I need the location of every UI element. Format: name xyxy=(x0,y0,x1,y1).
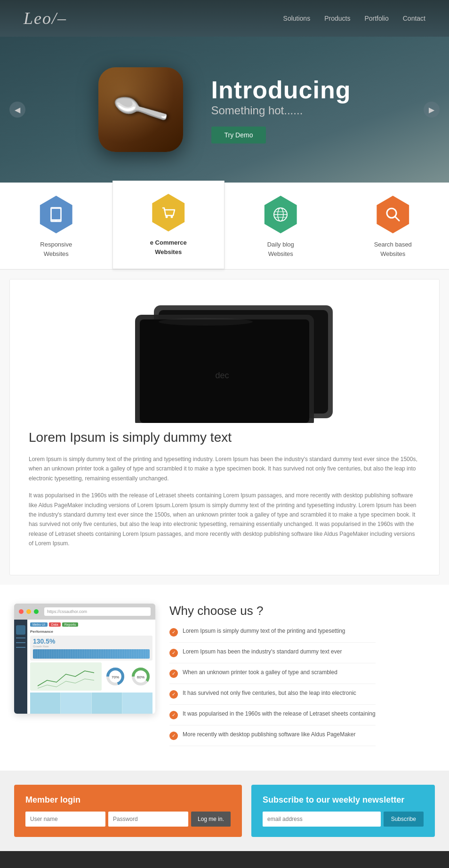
hex-responsive-icon xyxy=(37,196,75,233)
check-icon-1: ✓ xyxy=(169,628,178,637)
why-item-1: ✓ Lorem Ipsum is simply dummy text of th… xyxy=(169,628,376,643)
hex-blog-icon xyxy=(262,196,299,233)
cart-icon xyxy=(159,203,178,222)
content-section: dec Lorem Ipsum is simply dummy text Lor… xyxy=(0,270,449,585)
login-fields: Log me in. xyxy=(25,812,231,827)
nav-contact[interactable]: Contact xyxy=(403,15,425,22)
browser-donut-2: 60% xyxy=(129,662,152,691)
username-input[interactable] xyxy=(25,812,105,827)
svg-text:70%: 70% xyxy=(112,675,119,679)
check-icon-3: ✓ xyxy=(169,669,178,678)
content-paragraph-1: Lorem Ipsum is simply dummy text of the … xyxy=(29,454,420,483)
browser-donut-1: 70% xyxy=(104,662,127,691)
nav-solutions[interactable]: Solutions xyxy=(283,15,311,22)
globe-icon xyxy=(271,205,290,224)
main-nav: Solutions Products Portfolio Contact xyxy=(283,15,425,22)
nav-products[interactable]: Products xyxy=(324,15,350,22)
svg-rect-19 xyxy=(38,662,94,691)
login-button[interactable]: Log me in. xyxy=(191,812,231,827)
email-input[interactable] xyxy=(263,812,381,827)
newsletter-box: Subscribe to our weekly newsletter Subsc… xyxy=(251,785,435,837)
hex-ecommerce-icon xyxy=(150,194,187,231)
check-icon-6: ✓ xyxy=(169,732,178,740)
why-item-6: ✓ More recently with desktop publishing … xyxy=(169,731,376,746)
content-text: Lorem Ipsum is simply dummy text Lorem I… xyxy=(10,430,439,549)
svg-point-16 xyxy=(159,318,253,326)
tab-responsive-label: Responsive Websites xyxy=(40,240,72,258)
why-item-4: ✓ It has survived not only five centurie… xyxy=(169,690,376,705)
browser-table xyxy=(30,693,152,714)
browser-main-content: Metro UI Data Reports Performance 130.5%… xyxy=(27,620,155,714)
why-section: https://cssauthor.com Metro UI Data Repo… xyxy=(0,585,449,771)
hero-inner: 🥄 Introducing Something hot...... Try De… xyxy=(61,53,389,166)
why-item-3: ✓ When an unknown printer took a galley … xyxy=(169,669,376,684)
features-tabs: Responsive Websites e Commerce Websites xyxy=(0,183,449,270)
chevron-left-icon: ◀ xyxy=(15,105,20,114)
hero-subtitle: Something hot...... xyxy=(211,104,351,117)
browser-url: https://cssauthor.com xyxy=(44,607,151,616)
why-heading: Why choose us ? xyxy=(169,604,376,618)
svg-text:60%: 60% xyxy=(137,675,144,679)
hero-app-icon: 🥄 xyxy=(98,67,183,152)
browser-bar: https://cssauthor.com xyxy=(14,604,155,620)
tab-ecommerce-label: e Commerce Websites xyxy=(150,238,187,256)
browser-chart xyxy=(30,662,102,691)
browser-minimize-btn xyxy=(26,609,31,614)
svg-rect-1 xyxy=(52,209,60,219)
browser-maximize-btn xyxy=(34,609,39,614)
browser-sidebar xyxy=(14,620,27,714)
svg-line-11 xyxy=(395,216,399,221)
content-card: dec Lorem Ipsum is simply dummy text Lor… xyxy=(9,279,440,575)
tab-ecommerce[interactable]: e Commerce Websites xyxy=(112,181,225,269)
tab-search[interactable]: Search based Websites xyxy=(337,183,449,269)
header: Leo/– Solutions Products Portfolio Conta… xyxy=(0,0,449,37)
why-item-2: ✓ Lorem Ipsum has been the industry's st… xyxy=(169,648,376,663)
why-list: ✓ Lorem Ipsum is simply dummy text of th… xyxy=(169,628,376,746)
member-login-title: Member login xyxy=(25,795,231,805)
search-icon xyxy=(384,205,402,224)
hex-search-icon xyxy=(374,196,412,233)
tab-blog-label: Daily blog Websites xyxy=(267,240,294,258)
why-item-5: ✓ It was popularised in the 1960s with t… xyxy=(169,710,376,725)
browser-metric-label: Performance xyxy=(30,629,152,634)
browser-metric-box: 130.5% Growth Rate xyxy=(30,636,152,661)
svg-point-4 xyxy=(170,216,173,218)
chevron-right-icon: ▶ xyxy=(429,105,434,114)
hero-title: Introducing xyxy=(211,76,351,104)
subscribe-button[interactable]: Subscribe xyxy=(384,812,424,827)
newsletter-fields: Subscribe xyxy=(263,812,424,827)
svg-point-3 xyxy=(165,216,168,218)
hero-section: ◀ 🥄 Introducing Something hot...... Try … xyxy=(0,37,449,183)
tab-responsive[interactable]: Responsive Websites xyxy=(0,183,112,269)
check-icon-2: ✓ xyxy=(169,649,178,657)
hero-text: Introducing Something hot...... Try Demo xyxy=(211,76,351,143)
hero-prev-button[interactable]: ◀ xyxy=(9,102,25,118)
svg-text:dec: dec xyxy=(215,371,229,380)
cta-section: Member login Log me in. Subscribe to our… xyxy=(0,771,449,851)
tablet-icon xyxy=(47,205,65,224)
tablet-svg: dec xyxy=(88,287,361,423)
browser-close-btn xyxy=(19,609,24,614)
member-login-box: Member login Log me in. xyxy=(14,785,242,837)
content-heading: Lorem Ipsum is simply dummy text xyxy=(29,430,420,445)
browser-mockup: https://cssauthor.com Metro UI Data Repo… xyxy=(14,604,155,714)
content-paragraph-2: It was popularised in the 1960s with the… xyxy=(29,491,420,548)
logo: Leo/– xyxy=(24,8,67,28)
tab-blog[interactable]: Daily blog Websites xyxy=(224,183,337,269)
nav-portfolio[interactable]: Portfolio xyxy=(364,15,388,22)
newsletter-title: Subscribe to our weekly newsletter xyxy=(263,795,424,805)
password-input[interactable] xyxy=(108,812,188,827)
tablet-showcase: dec xyxy=(10,279,439,430)
spoon-icon: 🥄 xyxy=(109,79,172,140)
footer: About Us About us Why us Customer Storie… xyxy=(0,851,449,868)
svg-point-2 xyxy=(56,220,57,222)
browser-content: Metro UI Data Reports Performance 130.5%… xyxy=(14,620,155,714)
try-demo-button[interactable]: Try Demo xyxy=(211,127,266,143)
hero-next-button[interactable]: ▶ xyxy=(424,102,440,118)
check-icon-4: ✓ xyxy=(169,690,178,699)
check-icon-5: ✓ xyxy=(169,711,178,719)
why-right: Why choose us ? ✓ Lorem Ipsum is simply … xyxy=(169,604,376,752)
tab-search-label: Search based Websites xyxy=(374,240,412,258)
